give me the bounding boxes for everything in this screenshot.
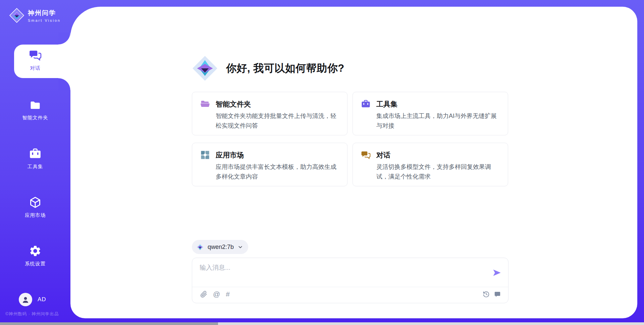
- sidebar-item-smart-folder[interactable]: 智能文件夹: [0, 99, 70, 121]
- card-description: 应用市场提供丰富长文本模板，助力高效生成多样化文章内容: [216, 162, 339, 181]
- card-title: 智能文件夹: [216, 100, 251, 109]
- brand-subtitle: Smart Vision: [28, 18, 61, 22]
- folder-icon: [29, 99, 41, 111]
- card-title: 应用市场: [216, 150, 244, 160]
- sidebar-item-label: 应用市场: [25, 212, 46, 218]
- card-smart-folder[interactable]: 智能文件夹 智能文件夹功能支持批量文件上传与清洗，轻松实现文件问答: [192, 92, 347, 135]
- message-square-icon: [494, 291, 501, 298]
- card-description: 灵活切换多模型文件，支持多样回复效果调试，满足个性化需求: [376, 162, 500, 181]
- message-input[interactable]: [200, 263, 488, 283]
- model-selector[interactable]: qwen2:7b: [192, 240, 248, 254]
- greeting-text: 你好, 我可以如何帮助你?: [226, 61, 344, 75]
- model-diamond-icon: [196, 243, 204, 251]
- attach-button[interactable]: [200, 291, 207, 298]
- scrollbar-thumb[interactable]: [0, 322, 218, 325]
- gear-icon: [29, 245, 42, 257]
- sidebar-item-label: 工具集: [28, 164, 43, 170]
- greeting-block: 你好, 我可以如何帮助你?: [191, 55, 344, 82]
- sidebar-item-label: 对话: [30, 65, 41, 71]
- brand-name: 神州问学: [28, 9, 61, 17]
- sidebar-item-label: 系统设置: [25, 261, 46, 267]
- sidebar-item-chat[interactable]: 对话: [0, 49, 70, 71]
- card-app-market[interactable]: 应用市场 应用市场提供丰富长文本模板，助力高效生成多样化文章内容: [192, 143, 347, 186]
- nav-active-fillet-top: [58, 32, 70, 45]
- cube-icon: [29, 196, 42, 209]
- card-chat[interactable]: 对话 灵活切换多模型文件，支持多样回复效果调试，满足个性化需求: [353, 143, 508, 186]
- sidebar-item-toolset[interactable]: 工具集: [0, 147, 70, 170]
- open-folder-icon: [200, 99, 210, 109]
- toolbox-icon: [361, 99, 371, 109]
- chevron-down-icon: [237, 244, 243, 250]
- chat-bubbles-icon: [361, 150, 371, 160]
- sidebar-item-app-market[interactable]: 应用市场: [0, 196, 70, 218]
- main-content-panel: 你好, 我可以如何帮助你? 智能文件夹 智能文件夹功能支持批量文件上传与清洗，轻…: [70, 7, 637, 318]
- card-description: 集成市场上主流工具，助力AI与外界无缝扩展与对接: [376, 111, 500, 130]
- history-icon: [483, 291, 490, 298]
- paperclip-icon: [200, 291, 207, 298]
- topic-button[interactable]: #: [226, 290, 230, 298]
- history-button[interactable]: [483, 291, 490, 298]
- quick-reply-button[interactable]: [494, 291, 501, 298]
- copyright-text: ©神州数码 · 神州问学出品: [5, 311, 59, 317]
- card-toolset[interactable]: 工具集 集成市场上主流工具，助力AI与外界无缝扩展与对接: [353, 92, 508, 135]
- card-description: 智能文件夹功能支持批量文件上传与清洗，轻松实现文件问答: [216, 111, 339, 130]
- app-grid-icon: [200, 150, 210, 160]
- nav-active-fillet-bottom: [58, 78, 70, 90]
- toolbox-icon: [29, 147, 42, 160]
- person-icon: [21, 295, 30, 304]
- brand-diamond-icon: [9, 7, 25, 23]
- sidebar-item-settings[interactable]: 系统设置: [0, 245, 70, 267]
- brand-diamond-icon: [191, 55, 219, 82]
- message-composer: @ #: [192, 258, 508, 303]
- user-initials: AD: [38, 296, 46, 303]
- chat-bubbles-icon: [29, 49, 42, 62]
- sidebar-item-label: 智能文件夹: [22, 115, 48, 121]
- composer-divider: [192, 287, 508, 287]
- horizontal-scrollbar[interactable]: [0, 322, 644, 325]
- send-icon: [492, 268, 501, 277]
- user-account[interactable]: AD: [19, 293, 46, 306]
- send-button[interactable]: [492, 268, 501, 277]
- avatar: [19, 293, 32, 306]
- card-title: 工具集: [376, 100, 397, 109]
- feature-cards: 智能文件夹 智能文件夹功能支持批量文件上传与清洗，轻松实现文件问答 工具集 集成…: [192, 92, 508, 186]
- card-title: 对话: [376, 150, 390, 160]
- brand-logo: 神州问学 Smart Vision: [9, 7, 61, 23]
- mention-button[interactable]: @: [213, 290, 220, 298]
- model-name: qwen2:7b: [208, 244, 234, 251]
